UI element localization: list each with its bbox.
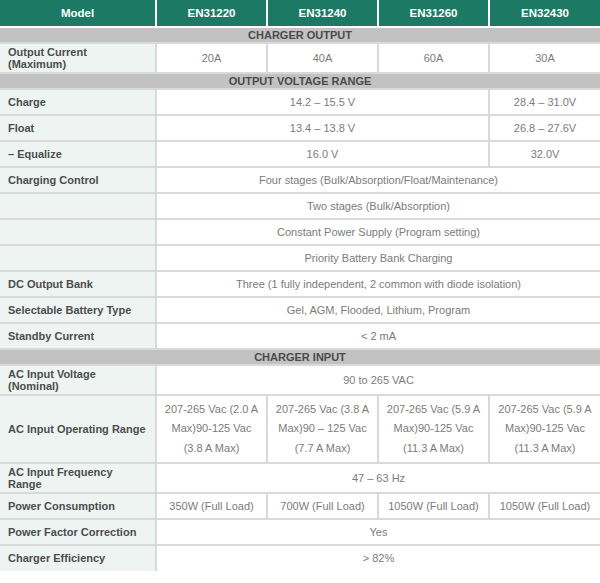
- value-en32430: 1050W (Full Load): [489, 493, 600, 519]
- row-selectable-battery-type: Selectable Battery Type Gel, AGM, Floode…: [0, 297, 600, 323]
- charging-mode-4: Priority Battery Bank Charging: [156, 245, 600, 271]
- row-label: AC Input Frequency Range: [0, 463, 156, 493]
- row-label: Charging Control: [0, 167, 156, 193]
- row-charging-control-3: Constant Power Supply (Program setting): [0, 219, 600, 245]
- value-en32430: 26.8 – 27.6V: [489, 115, 600, 141]
- row-label: – Equalize: [0, 141, 156, 167]
- value-en31220-31260: 16.0 V: [156, 141, 489, 167]
- value-all-models: < 2 mA: [156, 323, 600, 349]
- row-power-consumption: Power Consumption 350W (Full Load) 700W …: [0, 493, 600, 519]
- row-equalize: – Equalize 16.0 V 32.0V: [0, 141, 600, 167]
- row-charge: Charge 14.2 – 15.5 V 28.4 – 31.0V: [0, 89, 600, 115]
- row-charging-control-4: Priority Battery Bank Charging: [0, 245, 600, 271]
- row-label: AC Input Operating Range: [0, 395, 156, 463]
- value-all-models: Gel, AGM, Flooded, Lithium, Program: [156, 297, 600, 323]
- section-charger-input: CHARGER INPUT: [0, 349, 600, 365]
- charging-mode-1: Four stages (Bulk/Absorption/Float/Maint…: [156, 167, 600, 193]
- value-all-models: Yes: [156, 519, 600, 545]
- row-label: Standby Current: [0, 323, 156, 349]
- row-ac-input-operating-range: AC Input Operating Range 207-265 Vac (2.…: [0, 395, 600, 463]
- section-charger-output: CHARGER OUTPUT: [0, 27, 600, 43]
- table-header-row: Model EN31220 EN31240 EN31260 EN32430: [0, 0, 600, 27]
- value-en32430: 28.4 – 31.0V: [489, 89, 600, 115]
- row-label: Charger Efficiency: [0, 545, 156, 571]
- section-title: CHARGER INPUT: [0, 349, 600, 365]
- section-title: OUTPUT VOLTAGE RANGE: [0, 73, 600, 89]
- row-label: Power Factor Correction: [0, 519, 156, 545]
- row-label-empty: [0, 219, 156, 245]
- value-en32430: 207-265 Vac (5.9 A Max)90-125 Vac (11.3 …: [489, 395, 600, 463]
- charger-spec-table: Model EN31220 EN31240 EN31260 EN32430 CH…: [0, 0, 600, 571]
- row-ac-input-frequency-range: AC Input Frequency Range 47 – 63 Hz: [0, 463, 600, 493]
- row-charger-efficiency: Charger Efficiency > 82%: [0, 545, 600, 571]
- charging-mode-2: Two stages (Bulk/Absorption): [156, 193, 600, 219]
- value-en32430: 32.0V: [489, 141, 600, 167]
- row-power-factor-correction: Power Factor Correction Yes: [0, 519, 600, 545]
- value-all-models: Three (1 fully independent, 2 common wit…: [156, 271, 600, 297]
- section-title: CHARGER OUTPUT: [0, 27, 600, 43]
- value-en32430: 30A: [489, 43, 600, 73]
- charging-mode-3: Constant Power Supply (Program setting): [156, 219, 600, 245]
- column-header-en31240: EN31240: [267, 0, 378, 27]
- row-label: Output Current (Maximum): [0, 43, 156, 73]
- row-output-current: Output Current (Maximum) 20A 40A 60A 30A: [0, 43, 600, 73]
- value-en31240: 207-265 Vac (3.8 A Max)90 – 125 Vac (7.7…: [267, 395, 378, 463]
- row-label-empty: [0, 245, 156, 271]
- value-en31260: 1050W (Full Load): [378, 493, 489, 519]
- value-en31220-31260: 14.2 – 15.5 V: [156, 89, 489, 115]
- value-en31260: 60A: [378, 43, 489, 73]
- model-header-cell: Model: [0, 0, 156, 27]
- value-en31220: 350W (Full Load): [156, 493, 267, 519]
- row-label: Selectable Battery Type: [0, 297, 156, 323]
- column-header-en31220: EN31220: [156, 0, 267, 27]
- row-ac-input-voltage: AC Input Voltage (Nominal) 90 to 265 VAC: [0, 365, 600, 395]
- row-standby-current: Standby Current < 2 mA: [0, 323, 600, 349]
- value-all-models: > 82%: [156, 545, 600, 571]
- value-en31220: 207-265 Vac (2.0 A Max)90-125 Vac (3.8 A…: [156, 395, 267, 463]
- row-label: Float: [0, 115, 156, 141]
- row-label: DC Output Bank: [0, 271, 156, 297]
- value-en31260: 207-265 Vac (5.9 A Max)90-125 Vac (11.3 …: [378, 395, 489, 463]
- value-en31220: 20A: [156, 43, 267, 73]
- row-float: Float 13.4 – 13.8 V 26.8 – 27.6V: [0, 115, 600, 141]
- row-label-empty: [0, 193, 156, 219]
- row-label: Charge: [0, 89, 156, 115]
- row-charging-control-2: Two stages (Bulk/Absorption): [0, 193, 600, 219]
- row-dc-output-bank: DC Output Bank Three (1 fully independen…: [0, 271, 600, 297]
- value-all-models: 47 – 63 Hz: [156, 463, 600, 493]
- value-en31240: 700W (Full Load): [267, 493, 378, 519]
- row-label: Power Consumption: [0, 493, 156, 519]
- value-en31240: 40A: [267, 43, 378, 73]
- column-header-en32430: EN32430: [489, 0, 600, 27]
- value-en31220-31260: 13.4 – 13.8 V: [156, 115, 489, 141]
- row-charging-control: Charging Control Four stages (Bulk/Absor…: [0, 167, 600, 193]
- column-header-en31260: EN31260: [378, 0, 489, 27]
- value-all-models: 90 to 265 VAC: [156, 365, 600, 395]
- row-label: AC Input Voltage (Nominal): [0, 365, 156, 395]
- section-output-voltage-range: OUTPUT VOLTAGE RANGE: [0, 73, 600, 89]
